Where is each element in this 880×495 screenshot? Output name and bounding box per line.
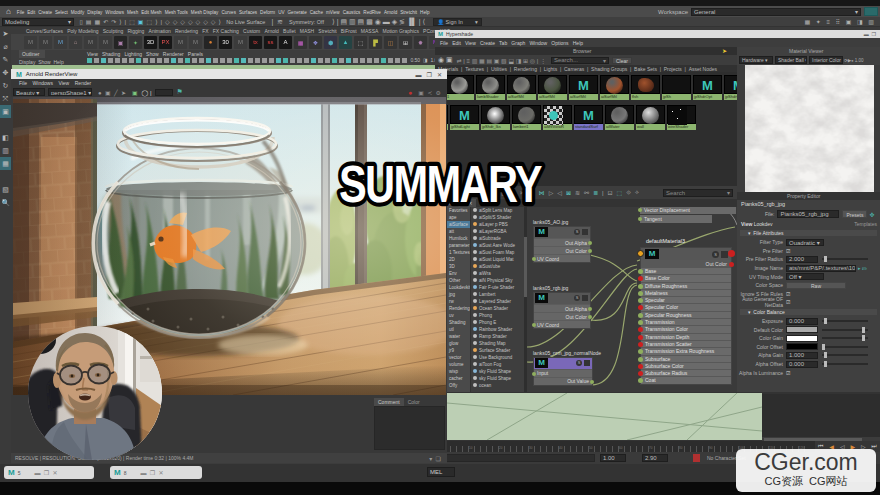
svg-text:70: 70 [649, 446, 653, 450]
svg-text:10: 10 [469, 446, 473, 450]
svg-text:SUMMARY: SUMMARY [339, 156, 543, 213]
svg-text:50: 50 [589, 446, 593, 450]
svg-text:20: 20 [499, 446, 503, 450]
svg-text:30: 30 [529, 446, 533, 450]
svg-text:60: 60 [619, 446, 623, 450]
svg-text:40: 40 [559, 446, 563, 450]
svg-text:90: 90 [709, 446, 713, 450]
svg-text:80: 80 [679, 446, 683, 450]
